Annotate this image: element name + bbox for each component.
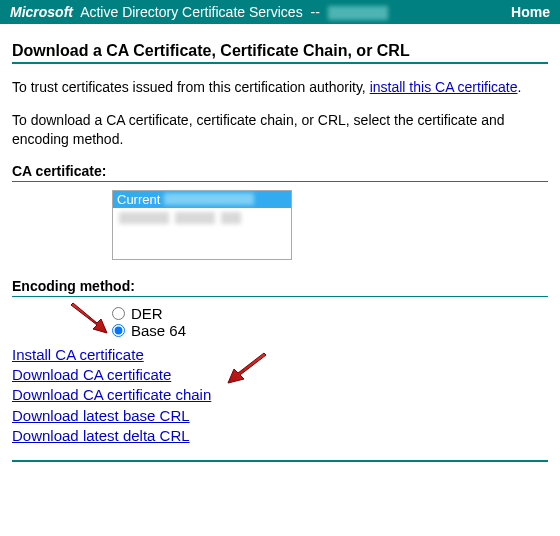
encoding-der-row[interactable]: DER [112,305,548,322]
ca-cert-current-label: Current [117,192,160,207]
ca-certificate-label: CA certificate: [12,163,548,179]
download-ca-certificate-link[interactable]: Download CA certificate [12,365,171,385]
download-ca-certificate-chain-link[interactable]: Download CA certificate chain [12,385,211,405]
encoding-base64-row[interactable]: Base 64 [112,322,548,339]
annotation-arrow-icon [67,301,111,335]
brand-product: Active Directory Certificate Services [80,4,303,20]
encoding-base64-label: Base 64 [131,322,186,339]
bottom-rule [12,460,548,462]
ca-cert-name-redacted [164,193,254,205]
encoding-radio-group: DER Base 64 [12,305,548,339]
ca-certificate-listbox-selected-item[interactable]: Current [113,191,291,208]
download-latest-base-crl-link[interactable]: Download latest base CRL [12,406,190,426]
install-ca-certificate-link[interactable]: Install CA certificate [12,345,144,365]
install-ca-cert-inline-link[interactable]: install this CA certificate [370,79,518,95]
encoding-method-rule [12,296,548,297]
ca-certificate-listbox[interactable]: Current [112,190,292,260]
action-links-block: Install CA certificate Download CA certi… [12,345,548,446]
page-title: Download a CA Certificate, Certificate C… [12,42,548,60]
encoding-base64-radio[interactable] [112,324,125,337]
brand-microsoft: Microsoft [10,4,73,20]
annotation-arrow-icon [222,351,270,385]
intro1-prefix: To trust certificates issued from this c… [12,79,370,95]
encoding-der-label: DER [131,305,163,322]
home-link[interactable]: Home [511,4,550,20]
ca-certificate-rule [12,181,548,182]
intro1-suffix: . [518,79,522,95]
download-latest-delta-crl-link[interactable]: Download latest delta CRL [12,426,190,446]
ca-cert-details-redacted [113,208,291,228]
encoding-method-label: Encoding method: [12,278,548,294]
encoding-der-radio[interactable] [112,307,125,320]
server-name-redacted [328,6,388,20]
banner-left: Microsoft Active Directory Certificate S… [10,4,388,20]
intro-paragraph-2: To download a CA certificate, certificat… [12,111,548,149]
intro-paragraph-1: To trust certificates issued from this c… [12,78,548,97]
title-rule [12,62,548,64]
banner-separator: -- [311,4,320,20]
top-banner: Microsoft Active Directory Certificate S… [0,0,560,24]
